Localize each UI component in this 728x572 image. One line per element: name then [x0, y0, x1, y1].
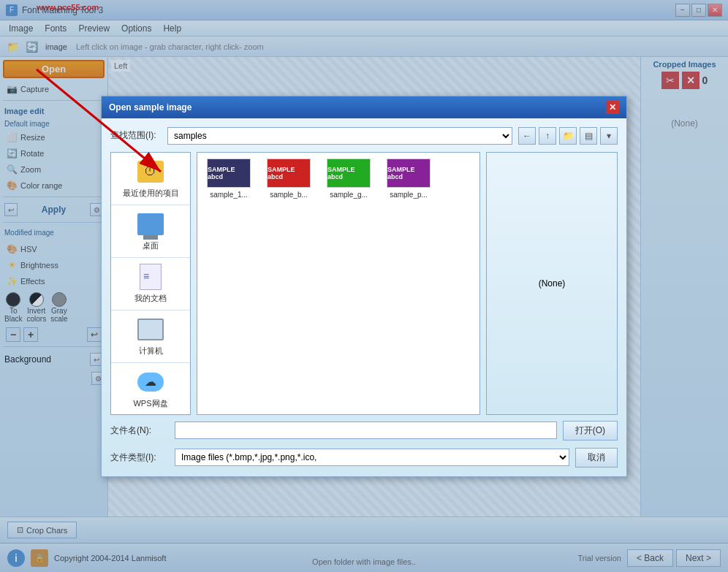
- filetype-label: 文件类型(I):: [110, 451, 169, 464]
- filename-row: 文件名(N): 打开(O): [110, 421, 618, 441]
- nav-recent[interactable]: ⏱ 最近使用的项目: [111, 153, 190, 205]
- look-in-label: 查找范围(I):: [110, 129, 162, 142]
- file-item-1[interactable]: SAMPLE abcd sample_1...: [203, 159, 254, 199]
- view-down-icon[interactable]: ▾: [600, 127, 618, 145]
- open-dialog: Open sample image ✕ 查找范围(I): samples ← ↑…: [101, 96, 627, 477]
- wps-label: WPS网盘: [133, 398, 167, 409]
- file-item-3[interactable]: SAMPLE abcd sample_g...: [323, 159, 374, 199]
- computer-label: 计算机: [139, 346, 163, 356]
- left-nav: ⏱ 最近使用的项目 桌面 我的文档: [110, 152, 191, 415]
- file-name-1: sample_1...: [210, 191, 248, 199]
- filename-input[interactable]: [175, 422, 557, 439]
- view-icon[interactable]: ▤: [580, 127, 597, 145]
- nav-computer[interactable]: 计算机: [111, 310, 190, 363]
- filename-label: 文件名(N):: [110, 424, 169, 437]
- open-button-dialog[interactable]: 打开(O): [563, 421, 618, 441]
- dialog-body: 查找范围(I): samples ← ↑ 📁 ▤ ▾: [102, 118, 626, 476]
- file-name-4: sample_p...: [390, 191, 428, 199]
- computer-icon: [136, 316, 165, 343]
- file-thumb-2: SAMPLE abcd: [267, 159, 311, 188]
- nav-back-icon[interactable]: ←: [518, 127, 536, 145]
- desktop-label: 桌面: [143, 240, 159, 251]
- file-item-4[interactable]: SAMPLE abcd sample_p...: [383, 159, 434, 199]
- wps-icon: ☁: [136, 369, 165, 395]
- recent-icon: ⏱: [136, 159, 165, 185]
- look-in-select[interactable]: samples: [167, 127, 512, 145]
- nav-wps[interactable]: ☁ WPS网盘: [111, 363, 190, 416]
- file-name-2: sample_b...: [270, 191, 308, 199]
- file-thumb-3: SAMPLE abcd: [327, 159, 371, 188]
- filetype-select[interactable]: Image files (*.bmp,*.jpg,*.png,*.ico,: [175, 449, 569, 466]
- dialog-title: Open sample image: [109, 102, 192, 113]
- dialog-content: ⏱ 最近使用的项目 桌面 我的文档: [110, 152, 618, 415]
- look-in-row: 查找范围(I): samples ← ↑ 📁 ▤ ▾: [110, 127, 618, 145]
- file-name-3: sample_g...: [330, 191, 368, 199]
- file-area: SAMPLE abcd sample_1... SAMPLE abcd samp…: [197, 152, 480, 415]
- nav-desktop[interactable]: 桌面: [111, 205, 190, 258]
- file-thumb-1: SAMPLE abcd: [207, 159, 251, 188]
- desktop-icon: [136, 211, 165, 237]
- filetype-row: 文件类型(I): Image files (*.bmp,*.jpg,*.png,…: [110, 448, 618, 468]
- file-thumb-4: SAMPLE abcd: [387, 159, 431, 188]
- file-item-2[interactable]: SAMPLE abcd sample_b...: [263, 159, 314, 199]
- dialog-close-button[interactable]: ✕: [606, 101, 619, 114]
- preview-none-label: (None): [539, 278, 566, 289]
- mydocs-label: 我的文档: [134, 293, 167, 304]
- cancel-button-dialog[interactable]: 取消: [575, 448, 618, 468]
- dialog-toolbar: ← ↑ 📁 ▤ ▾: [518, 127, 618, 145]
- new-folder-icon[interactable]: 📁: [559, 127, 577, 145]
- dialog-overlay: Open sample image ✕ 查找范围(I): samples ← ↑…: [0, 0, 728, 572]
- nav-mydocs[interactable]: 我的文档: [111, 258, 190, 310]
- preview-panel: (None): [486, 152, 618, 415]
- recent-label: 最近使用的项目: [123, 188, 179, 199]
- mydocs-icon: [136, 264, 165, 290]
- nav-up-icon[interactable]: ↑: [539, 127, 556, 145]
- dialog-title-bar: Open sample image ✕: [102, 96, 626, 118]
